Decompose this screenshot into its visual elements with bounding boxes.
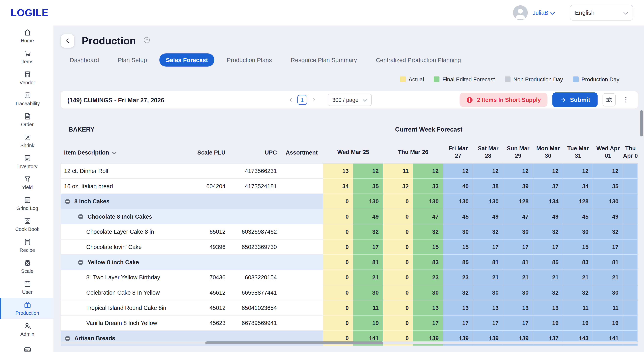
production-cell[interactable]: 49 [473,209,503,224]
production-cell[interactable]: 45 [443,209,473,224]
production-cell[interactable]: 40 [443,179,473,194]
production-cell[interactable] [623,300,638,315]
sidebar-item-grind-log[interactable]: Grind Log [0,193,53,214]
forecast-cell[interactable]: 47 [413,209,443,224]
actual-cell[interactable]: 0 [323,194,353,209]
forecast-cell[interactable]: 17 [413,315,443,331]
forecast-cell[interactable]: 13 [413,300,443,315]
production-cell[interactable]: 30 [503,285,533,300]
production-cell[interactable]: 13 [503,300,533,315]
production-cell[interactable]: 15 [563,240,593,255]
production-cell[interactable]: 45 [563,209,593,224]
production-cell[interactable] [623,224,638,240]
forecast-cell[interactable]: 30 [413,285,443,300]
production-cell[interactable]: 47 [503,209,533,224]
collapse-toggle[interactable] [64,335,71,342]
production-cell[interactable]: 21 [473,270,503,285]
sidebar-item-admin[interactable]: Admin [0,319,53,340]
sidebar-item-yield[interactable]: Yield [0,172,53,193]
tab-plan-setup[interactable]: Plan Setup [111,53,154,67]
sidebar-item-production[interactable]: Production [0,298,53,319]
production-cell[interactable]: 21 [533,270,563,285]
production-cell[interactable]: 30 [593,285,623,300]
forecast-cell[interactable]: 30 [353,285,383,300]
production-cell[interactable]: 17 [473,240,503,255]
actual-cell[interactable]: 0 [323,315,353,331]
production-cell[interactable]: 17 [503,315,533,331]
sidebar-item-inventory[interactable]: Inventory [0,151,53,172]
tab-resource-plan-summary[interactable]: Resource Plan Summary [284,53,364,67]
production-cell[interactable] [623,285,638,300]
production-cell[interactable]: 12 [533,164,563,179]
production-cell[interactable]: 23 [443,270,473,285]
sidebar-item-home[interactable]: Home [0,26,53,47]
production-cell[interactable]: 39 [503,179,533,194]
sidebar-item-user[interactable]: User [0,277,53,298]
forecast-cell[interactable]: 17 [353,240,383,255]
forecast-cell[interactable]: 19 [353,315,383,331]
production-cell[interactable]: 12 [443,164,473,179]
user-avatar-icon[interactable] [513,5,528,20]
actual-cell[interactable]: 0 [383,315,413,331]
forecast-cell[interactable]: 83 [413,255,443,270]
tab-sales-forecast[interactable]: Sales Forecast [159,53,214,67]
actual-cell[interactable]: 13 [323,164,353,179]
actual-cell[interactable]: 0 [323,270,353,285]
production-cell[interactable]: 17 [443,315,473,331]
forecast-cell[interactable]: 130 [413,194,443,209]
sidebar-item-shrink[interactable]: Shrink [0,130,53,151]
production-cell[interactable]: 19 [533,315,563,331]
production-cell[interactable]: 19 [563,315,593,331]
sidebar-item-scale[interactable]: Scale [0,256,53,277]
forecast-cell[interactable]: 81 [353,255,383,270]
production-cell[interactable]: 13 [473,300,503,315]
production-cell[interactable]: 21 [593,270,623,285]
help-icon[interactable]: ? [144,37,150,45]
actual-cell[interactable]: 0 [383,300,413,315]
actual-cell[interactable]: 0 [323,209,353,224]
language-select[interactable]: English [570,5,634,21]
sidebar-item-order[interactable]: Order [0,109,53,130]
tab-production-plans[interactable]: Production Plans [220,53,278,67]
forecast-cell[interactable]: 33 [413,179,443,194]
submit-button[interactable]: Submit [552,93,598,107]
horizontal-scrollbar[interactable] [61,341,638,344]
production-cell[interactable] [623,315,638,331]
production-cell[interactable]: 32 [533,285,563,300]
production-cell[interactable]: 13 [533,300,563,315]
page-size-select[interactable]: 300 / page [328,94,372,106]
production-cell[interactable]: 17 [503,240,533,255]
production-cell[interactable]: 12 [473,164,503,179]
production-cell[interactable]: 34 [563,179,593,194]
production-cell[interactable]: 17 [473,315,503,331]
actual-cell[interactable]: 0 [323,240,353,255]
production-cell[interactable]: 49 [593,209,623,224]
forecast-cell[interactable]: 32 [413,224,443,240]
production-cell[interactable]: 30 [503,224,533,240]
production-cell[interactable] [623,209,638,224]
production-cell[interactable]: 134 [533,194,563,209]
actual-cell[interactable]: 0 [383,255,413,270]
production-cell[interactable]: 17 [533,240,563,255]
production-cell[interactable] [623,179,638,194]
forecast-cell[interactable]: 35 [353,179,383,194]
actual-cell[interactable]: 0 [383,285,413,300]
forecast-cell[interactable]: 21 [353,270,383,285]
collapse-toggle[interactable] [77,259,84,266]
forecast-cell[interactable]: 15 [413,240,443,255]
forecast-cell[interactable]: 11 [353,300,383,315]
production-cell[interactable] [623,194,638,209]
production-cell[interactable]: 128 [563,194,593,209]
current-page[interactable]: 1 [297,95,307,105]
actual-cell[interactable]: 32 [383,179,413,194]
tab-dashboard[interactable]: Dashboard [63,53,106,67]
column-header-item-description[interactable]: Item Description [61,149,197,156]
production-cell[interactable]: 32 [563,285,593,300]
actual-cell[interactable]: 0 [323,285,353,300]
production-cell[interactable]: 32 [473,224,503,240]
production-cell[interactable]: 32 [593,224,623,240]
user-menu[interactable]: JuliaB [533,10,555,16]
production-cell[interactable] [623,164,638,179]
production-cell[interactable]: 81 [503,255,533,270]
actual-cell[interactable]: 0 [323,224,353,240]
